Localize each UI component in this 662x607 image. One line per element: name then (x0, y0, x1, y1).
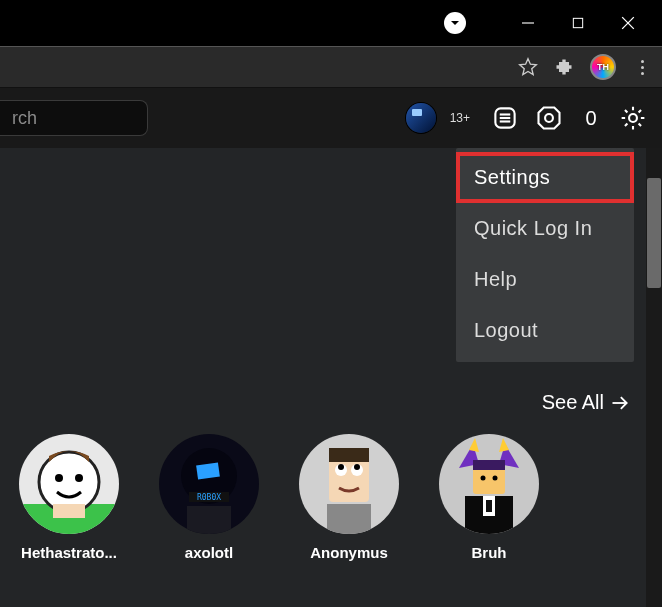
bookmark-star-icon[interactable] (518, 57, 538, 77)
arrow-right-icon (610, 393, 630, 413)
dropdown-item-settings[interactable]: Settings (456, 152, 634, 203)
friend-avatar: R0B0X (159, 434, 259, 534)
svg-rect-34 (486, 500, 492, 512)
svg-rect-22 (187, 506, 231, 534)
svg-point-36 (481, 476, 486, 481)
scrollbar-thumb[interactable] (647, 178, 661, 288)
friend-name: Bruh (472, 544, 507, 561)
window-close-button[interactable] (616, 11, 640, 35)
dropdown-item-logout[interactable]: Logout (456, 305, 634, 356)
friend-name: Anonymus (310, 544, 388, 561)
browser-toolbar: TH (0, 46, 662, 88)
dropdown-item-label: Settings (474, 166, 550, 188)
svg-point-13 (39, 452, 99, 512)
friend-card[interactable]: Hethastrato... (14, 434, 124, 561)
extensions-icon[interactable] (554, 57, 574, 77)
svg-rect-1 (573, 18, 582, 27)
dropdown-item-help[interactable]: Help (456, 254, 634, 305)
svg-rect-38 (473, 460, 505, 470)
user-avatar[interactable] (406, 103, 436, 133)
page-content: Settings Quick Log In Help Logout See Al… (0, 148, 662, 607)
friend-avatar (299, 434, 399, 534)
window-minimize-button[interactable] (516, 11, 540, 35)
friend-avatar (19, 434, 119, 534)
browser-profile-avatar[interactable]: TH (590, 54, 616, 80)
friend-name: axolotl (185, 544, 233, 561)
tab-dropdown-icon[interactable] (444, 12, 466, 34)
site-header: rch 13+ 0 (0, 88, 662, 148)
svg-point-37 (493, 476, 498, 481)
friend-name: Hethastrato... (21, 544, 117, 561)
svg-rect-26 (329, 448, 369, 462)
search-input[interactable]: rch (0, 100, 148, 136)
svg-rect-24 (327, 504, 371, 534)
friend-avatar (439, 434, 539, 534)
svg-point-14 (55, 474, 63, 482)
dropdown-item-quick-login[interactable]: Quick Log In (456, 203, 634, 254)
see-all-label: See All (542, 391, 604, 414)
friend-card[interactable]: Bruh (434, 434, 544, 561)
friend-card[interactable]: Anonymus (294, 434, 404, 561)
friend-card[interactable]: R0B0X axolotl (154, 434, 264, 561)
svg-point-28 (338, 464, 344, 470)
svg-point-9 (629, 114, 637, 122)
dropdown-item-label: Help (474, 268, 517, 290)
window-titlebar (0, 0, 662, 46)
svg-text:R0B0X: R0B0X (197, 493, 221, 502)
window-maximize-button[interactable] (566, 11, 590, 35)
see-all-link[interactable]: See All (542, 391, 630, 414)
search-placeholder: rch (12, 108, 37, 129)
robux-icon[interactable] (532, 101, 566, 135)
svg-point-15 (75, 474, 83, 482)
svg-point-30 (354, 464, 360, 470)
age-badge: 13+ (450, 111, 470, 125)
vertical-scrollbar[interactable] (646, 148, 662, 607)
friends-row: Hethastrato... R0B0X axolotl (14, 434, 544, 561)
settings-gear-icon[interactable] (616, 101, 650, 135)
dropdown-item-label: Quick Log In (474, 217, 592, 239)
svg-point-8 (545, 114, 553, 122)
robux-count: 0 (576, 107, 606, 130)
settings-dropdown: Settings Quick Log In Help Logout (456, 148, 634, 362)
browser-menu-icon[interactable] (632, 57, 652, 77)
notifications-icon[interactable] (488, 101, 522, 135)
dropdown-item-label: Logout (474, 319, 538, 341)
svg-rect-16 (53, 504, 85, 518)
